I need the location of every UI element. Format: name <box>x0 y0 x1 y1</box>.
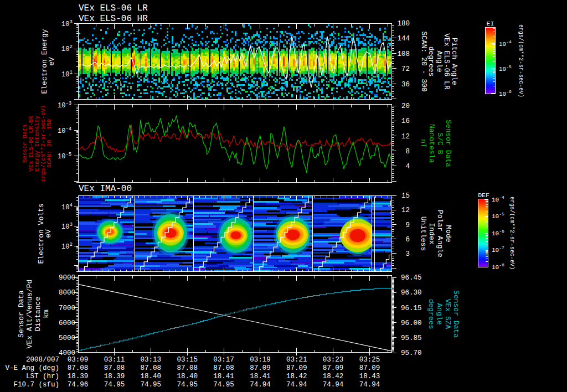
svg-text:87.09: 87.09 <box>250 364 271 372</box>
svg-text:03:15: 03:15 <box>177 356 198 364</box>
svg-text:18.39: 18.39 <box>104 373 125 380</box>
svg-text:74.94: 74.94 <box>286 381 307 389</box>
svg-text:9: 9 <box>405 221 410 229</box>
svg-text:03:25: 03:25 <box>359 356 380 364</box>
svg-text:7000: 7000 <box>59 305 75 312</box>
svg-text:VEx ELS-06 LR: VEx ELS-06 LR <box>79 3 148 13</box>
svg-text:87.08: 87.08 <box>213 364 234 372</box>
svg-text:8000: 8000 <box>59 289 75 297</box>
svg-text:ergs/(cm**2-sr-sec-eV): ergs/(cm**2-sr-sec-eV) <box>518 24 524 97</box>
svg-text:180: 180 <box>397 20 410 28</box>
svg-text:03:21: 03:21 <box>286 356 307 364</box>
svg-text:74.94: 74.94 <box>323 381 344 389</box>
svg-text:F10.7 (sfu): F10.7 (sfu) <box>13 381 59 389</box>
svg-text:96.30: 96.30 <box>401 289 422 297</box>
svg-text:03:13: 03:13 <box>141 356 162 364</box>
svg-text:74.95: 74.95 <box>177 381 198 389</box>
svg-text:74.94: 74.94 <box>359 381 380 389</box>
svg-text:VEx IMA-00: VEx IMA-00 <box>79 184 132 194</box>
svg-text:16: 16 <box>401 117 410 125</box>
svg-text:74.96: 74.96 <box>68 381 89 389</box>
svg-text:36: 36 <box>401 81 410 89</box>
svg-text:95.70: 95.70 <box>401 349 422 357</box>
svg-text:18.42: 18.42 <box>286 373 307 380</box>
svg-text:74.95: 74.95 <box>213 381 234 389</box>
svg-text:72: 72 <box>401 65 410 73</box>
svg-text:18.39: 18.39 <box>68 373 89 380</box>
svg-text:LST (hr): LST (hr) <box>26 373 59 380</box>
svg-text:EI: EI <box>487 20 494 27</box>
svg-text:VEx ELS-06 HR: VEx ELS-06 HR <box>79 14 148 24</box>
svg-text:12: 12 <box>401 133 410 141</box>
svg-text:18.41: 18.41 <box>250 373 271 380</box>
svg-text:74.94: 74.94 <box>250 381 271 389</box>
svg-text:96.15: 96.15 <box>401 305 422 312</box>
svg-text:DEF: DEF <box>478 192 489 199</box>
svg-text:144: 144 <box>397 35 410 43</box>
svg-text:18.43: 18.43 <box>359 373 380 380</box>
svg-text:87.09: 87.09 <box>286 364 307 372</box>
svg-text:18.40: 18.40 <box>141 373 162 380</box>
svg-text:03:19: 03:19 <box>250 356 271 364</box>
svg-text:87.08: 87.08 <box>104 364 125 372</box>
svg-text:V-E Ang (deg): V-E Ang (deg) <box>5 364 59 372</box>
svg-text:3: 3 <box>405 250 410 258</box>
svg-text:4: 4 <box>405 163 410 171</box>
svg-text:9000: 9000 <box>59 274 75 282</box>
svg-text:03:17: 03:17 <box>213 356 234 364</box>
svg-text:18.40: 18.40 <box>177 373 198 380</box>
svg-text:96.45: 96.45 <box>401 274 422 282</box>
svg-text:74.95: 74.95 <box>104 381 125 389</box>
svg-text:18.42: 18.42 <box>323 373 344 380</box>
svg-text:87.09: 87.09 <box>359 364 380 372</box>
svg-text:8: 8 <box>405 148 410 156</box>
svg-text:ergs/(cm**2-sr-sec-eV): ergs/(cm**2-sr-sec-eV) <box>509 197 515 270</box>
svg-text:18.41: 18.41 <box>213 373 234 380</box>
svg-text:87.08: 87.08 <box>68 364 89 372</box>
svg-text:95.85: 95.85 <box>401 334 422 342</box>
svg-text:6: 6 <box>405 236 410 244</box>
svg-text:03:11: 03:11 <box>104 356 125 364</box>
svg-text:87.08: 87.08 <box>177 364 198 372</box>
svg-text:87.08: 87.08 <box>141 364 162 372</box>
svg-text:20: 20 <box>401 102 410 110</box>
svg-text:12: 12 <box>401 207 410 214</box>
svg-text:2008/007: 2008/007 <box>26 356 59 364</box>
svg-text:87.09: 87.09 <box>323 364 344 372</box>
svg-text:5000: 5000 <box>59 334 75 342</box>
svg-text:15: 15 <box>401 192 410 200</box>
svg-text:108: 108 <box>397 50 410 58</box>
svg-text:74.95: 74.95 <box>141 381 162 389</box>
svg-text:03:09: 03:09 <box>68 356 89 364</box>
svg-text:03:23: 03:23 <box>323 356 344 364</box>
svg-text:6000: 6000 <box>59 319 75 327</box>
svg-text:96.00: 96.00 <box>401 319 422 327</box>
